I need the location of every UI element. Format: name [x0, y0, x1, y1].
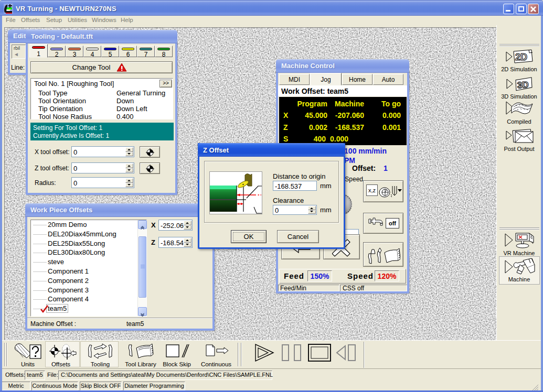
svg-text:3D: 3D: [517, 80, 529, 90]
svg-text:2D: 2D: [515, 52, 527, 62]
